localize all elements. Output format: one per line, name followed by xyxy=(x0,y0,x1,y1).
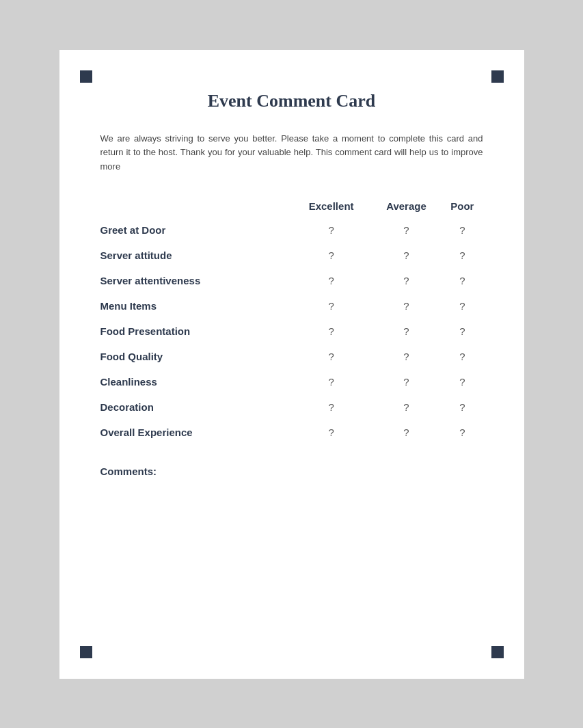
row-label-8: Overall Experience xyxy=(100,420,292,445)
corner-decoration-tl xyxy=(80,70,92,83)
row-3-excellent: ? xyxy=(292,293,371,319)
header-poor: Poor xyxy=(442,195,483,217)
row-label-1: Server attitude xyxy=(100,243,292,268)
row-0-excellent: ? xyxy=(292,217,371,243)
header-label-col xyxy=(100,195,292,217)
row-1-excellent: ? xyxy=(292,243,371,268)
row-8-poor: ? xyxy=(442,420,483,445)
row-1-average: ? xyxy=(371,243,442,268)
row-4-poor: ? xyxy=(442,319,483,344)
table-row: Menu Items??? xyxy=(100,293,483,319)
rating-table: Excellent Average Poor Greet at Door???S… xyxy=(100,195,483,445)
row-label-7: Decoration xyxy=(100,394,292,420)
row-label-4: Food Presentation xyxy=(100,319,292,344)
table-header-row: Excellent Average Poor xyxy=(100,195,483,217)
row-4-average: ? xyxy=(371,319,442,344)
page-title: Event Comment Card xyxy=(100,91,483,111)
row-0-average: ? xyxy=(371,217,442,243)
table-row: Food Quality??? xyxy=(100,344,483,369)
row-label-6: Cleanliness xyxy=(100,369,292,394)
row-6-average: ? xyxy=(371,369,442,394)
row-5-excellent: ? xyxy=(292,344,371,369)
row-7-poor: ? xyxy=(442,394,483,420)
table-row: Server attitude??? xyxy=(100,243,483,268)
row-2-excellent: ? xyxy=(292,268,371,293)
table-row: Server attentiveness??? xyxy=(100,268,483,293)
row-1-poor: ? xyxy=(442,243,483,268)
row-6-poor: ? xyxy=(442,369,483,394)
header-excellent: Excellent xyxy=(292,195,371,217)
table-row: Overall Experience??? xyxy=(100,420,483,445)
corner-decoration-br xyxy=(491,646,504,658)
row-8-excellent: ? xyxy=(292,420,371,445)
corner-decoration-bl xyxy=(80,646,92,658)
row-4-excellent: ? xyxy=(292,319,371,344)
row-8-average: ? xyxy=(371,420,442,445)
header-average: Average xyxy=(371,195,442,217)
row-7-excellent: ? xyxy=(292,394,371,420)
comment-card-page: Event Comment Card We are always strivin… xyxy=(59,50,524,679)
row-label-2: Server attentiveness xyxy=(100,268,292,293)
row-label-0: Greet at Door xyxy=(100,217,292,243)
row-6-excellent: ? xyxy=(292,369,371,394)
table-row: Food Presentation??? xyxy=(100,319,483,344)
row-5-poor: ? xyxy=(442,344,483,369)
table-row: Cleanliness??? xyxy=(100,369,483,394)
intro-text: We are always striving to serve you bett… xyxy=(100,132,483,174)
row-2-average: ? xyxy=(371,268,442,293)
row-2-poor: ? xyxy=(442,268,483,293)
row-7-average: ? xyxy=(371,394,442,420)
row-0-poor: ? xyxy=(442,217,483,243)
row-label-5: Food Quality xyxy=(100,344,292,369)
row-5-average: ? xyxy=(371,344,442,369)
row-3-average: ? xyxy=(371,293,442,319)
table-row: Decoration??? xyxy=(100,394,483,420)
table-row: Greet at Door??? xyxy=(100,217,483,243)
corner-decoration-tr xyxy=(491,70,504,83)
comments-label: Comments: xyxy=(100,466,157,477)
comments-section: Comments: xyxy=(100,466,483,478)
row-label-3: Menu Items xyxy=(100,293,292,319)
row-3-poor: ? xyxy=(442,293,483,319)
